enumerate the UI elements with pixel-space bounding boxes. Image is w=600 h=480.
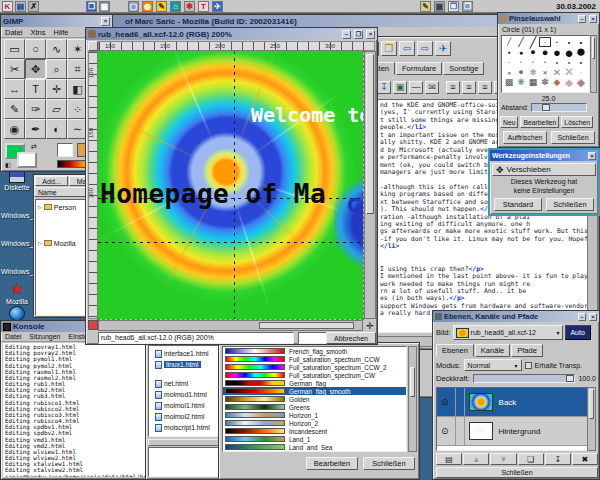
folder-icon[interactable]: ❒ [381,41,397,56]
text-tool[interactable]: T [25,79,46,99]
gear-icon[interactable]: ✱ [184,1,195,12]
brush-cell[interactable]: ● [515,47,527,57]
gradient-item-german_flag[interactable]: German_flag [223,379,406,387]
pencil-icon[interactable]: ✎ [156,1,167,12]
brush-cell[interactable]: ● [539,47,551,57]
k-menu-icon[interactable]: K [2,1,13,12]
tool-options-titlebar[interactable]: Werkzeugeinstellungen × [490,150,598,161]
brush-cell[interactable]: ╱ [527,37,539,47]
flip-tool[interactable]: ↔ [4,79,25,99]
background-color-swatch[interactable] [17,152,37,168]
gradients-window[interactable]: French_flag_smoothFull_saturation_spectr… [218,342,420,480]
tool-options-dialog[interactable]: Werkzeugeinstellungen × ✥ Verschieben Di… [488,148,600,216]
gradient-item-horizon_1[interactable]: Horizon_1 [223,411,406,419]
tab-formulare[interactable]: Formulare [396,62,442,75]
layer-row-hintergrund[interactable]: ⊙Hintergrund [437,417,587,446]
gradients-vscrollbar[interactable] [408,346,417,452]
brush-cell[interactable]: • [551,57,563,67]
desktop-icon-windows_[interactable]: Windows_ [1,252,33,275]
documents-icon[interactable]: ▤ [15,1,26,12]
grid-app-icon[interactable]: ▦ [434,1,445,12]
brush-cell[interactable]: ◆ [551,77,563,87]
x-window-icon[interactable]: ✗ [28,1,39,12]
toolbox-titlebar[interactable]: GIMP × [1,15,112,27]
terminal-menu-sitzungen[interactable]: Sitzungen [29,333,60,340]
desktop-icon-mozilla[interactable]: ★Mozilla [1,282,33,305]
brush-bearbeiten-button[interactable]: Bearbeiten [520,116,559,128]
link-cell[interactable] [455,388,465,416]
align-right-icon[interactable]: ≡ [478,81,492,94]
desktop-icon-windows_[interactable]: Windows_ [1,224,33,247]
brush-cell[interactable]: ● [527,47,539,57]
anchor-layer-icon[interactable]: ↧ [545,453,571,465]
guide-horizontal-2[interactable] [98,242,363,243]
tab-sonstige[interactable]: Sonstige [443,62,484,75]
desktop-icon-windows_[interactable]: Windows_ [1,196,33,219]
brush-vscrollbar[interactable] [590,35,597,93]
gradient-item-full_saturation_spectrum_ccw_2[interactable]: Full_saturation_spectrum_CCW_2 [223,363,406,371]
auto-button[interactable]: Auto [565,325,591,340]
layer-row-back[interactable]: ⊙Back [437,388,587,417]
link-cell[interactable] [455,417,465,445]
brush-cell[interactable]: • [515,57,527,67]
pencil-tool[interactable]: ✎ [4,99,25,119]
brush-cell[interactable]: ▦ [527,77,539,87]
expand-arrow-icon[interactable]: ▷ [38,240,42,246]
help-lifebuoy-icon[interactable]: ◍ [142,1,153,12]
image-canvas[interactable]: Welcome to Homepage of Ma cl [98,51,363,319]
window-b-icon[interactable]: ❐ [462,1,473,12]
forward-icon[interactable]: ⇨ [417,41,433,56]
brush-cell[interactable]: • [503,57,515,67]
maximize-icon[interactable]: ❐ [354,30,363,39]
image-icon[interactable]: ▣ [393,81,407,94]
menu-datei[interactable]: Datei [5,28,23,37]
swap-colors-icon[interactable]: ⇄ [31,143,37,151]
gradient-item-horizon_2[interactable]: Horizon_2 [223,419,406,427]
brush-cell[interactable]: ╱ [503,37,515,47]
text-icon[interactable]: T [198,1,209,12]
paintbrush-tool[interactable]: ✑ [25,99,46,119]
brush-cell[interactable]: ● [503,67,515,77]
visibility-eye-icon[interactable]: ⊙ [441,427,449,436]
expand-arrow-icon[interactable]: ▷ [38,204,42,210]
duplicate-layer-icon[interactable]: ❏ [518,453,544,465]
brush-cell[interactable]: ✕ [563,67,575,77]
gradient-item-incandescent[interactable]: Incandescent [223,427,406,435]
gradient-item-greens[interactable]: Greens [223,403,406,411]
eraser-tool[interactable]: ▱ [46,99,67,119]
brush-cell[interactable]: ✽ [539,77,551,87]
align-center-icon[interactable]: ≡ [462,81,476,94]
close-icon[interactable]: × [366,30,375,39]
gradient-item-land_and_sea[interactable]: Land_and_Sea [223,443,406,451]
brush-neu-button[interactable]: Neu [500,116,518,128]
minimize-icon[interactable]: – [342,30,351,39]
brush-cell[interactable]: ● [503,47,515,57]
layers-vscrollbar[interactable] [587,387,596,451]
convolve-tool[interactable]: ◉ [4,119,25,139]
layers-tab-kanale[interactable]: Kanäle [475,344,510,357]
window-list-icon[interactable]: ❐ [86,1,97,12]
gradient-item-french_flag_smooth[interactable]: French_flag_smooth [223,347,406,355]
gradient-item-german_flag_smooth[interactable]: German_flag_smooth [223,387,406,395]
align-left-icon[interactable]: ≡ [446,81,460,94]
image-window-titlebar[interactable]: rub_head6_all.xcf-12.0 (RGB) 200% – ❐ × [86,28,377,40]
spacing-slider[interactable] [531,103,587,112]
brush-auffrischen-button[interactable]: Auffrischen [503,131,547,144]
layers-tab-pfade[interactable]: Pfade [511,344,543,357]
shade-icon[interactable]: – [578,313,586,321]
shade-icon[interactable]: – [578,15,586,23]
brush-cell[interactable]: × [539,67,551,77]
brush-dialog-titlebar[interactable]: Pinselauswahl – × [498,13,599,24]
anchor-icon[interactable]: ↧ [377,81,391,94]
brush-lschen-button[interactable]: Löschen [561,116,593,128]
nav-window-icon[interactable]: ✛ [364,320,376,331]
keep-transparency-checkbox[interactable] [525,362,532,369]
dodge-burn-tool[interactable]: ◐ [46,119,67,139]
ruler-origin-box[interactable] [88,41,98,51]
notes-icon[interactable]: ✎ [420,1,431,12]
move-tool[interactable]: ✥ [25,59,46,79]
image-window[interactable]: rub_head6_all.xcf-12.0 (RGB) 200% – ❐ × … [85,27,378,345]
pager-icon[interactable]: ▦ [99,1,110,12]
close-icon[interactable]: × [101,17,110,26]
publish-plane-icon[interactable]: ✈ [435,41,451,56]
